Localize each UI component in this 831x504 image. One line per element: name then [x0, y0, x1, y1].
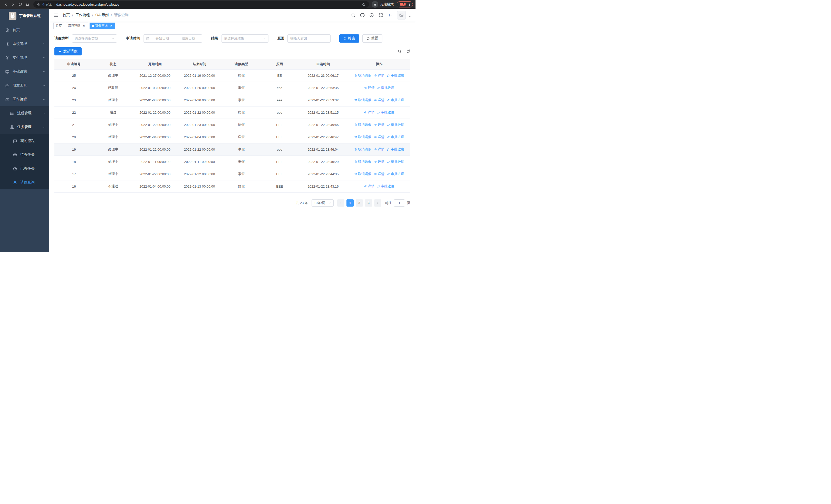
sidebar-item-my-process[interactable]: 我的流程 [0, 134, 49, 148]
search-button[interactable]: 搜索 [339, 34, 359, 42]
sidebar-item-devtools[interactable]: 研发工具 [0, 79, 49, 92]
prev-page-button[interactable] [337, 199, 344, 207]
result-select[interactable]: 请选择流结果 [221, 34, 268, 42]
tab-label: 流程详情 [68, 24, 80, 28]
action-cancel-link[interactable]: 取消请假 [354, 122, 371, 127]
goto-page-input[interactable] [394, 199, 405, 207]
page-button-1[interactable]: 1 [346, 199, 354, 207]
action-label: 详情 [378, 73, 384, 78]
reason-input[interactable] [287, 34, 331, 42]
cell-actions: 详情审批进度 [348, 106, 410, 119]
sidebar-item-task-mgmt[interactable]: 任务管理 [0, 120, 49, 134]
goto-page: 前往 页 [385, 199, 410, 207]
action-detail-link[interactable]: 详情 [374, 98, 384, 102]
apply-time-range-picker[interactable]: 开始日期 - 结束日期 [143, 34, 202, 42]
page-size-select[interactable]: 10条/页 [312, 199, 334, 207]
sidebar-item-leave-query[interactable]: 请假查询 [0, 176, 49, 189]
next-page-button[interactable] [374, 199, 381, 207]
url-bar[interactable]: 不安全 dashboard.yudao.iocoder.cn/bpm/oa/le… [33, 1, 369, 8]
action-progress-link[interactable]: 审批进度 [387, 73, 404, 78]
logo[interactable]: 芋道管理系统 [0, 9, 49, 23]
forward-icon[interactable] [10, 1, 17, 8]
action-progress-link[interactable]: 审批进度 [387, 122, 404, 127]
tab-close-icon[interactable]: × [82, 24, 86, 28]
home-icon[interactable] [24, 1, 31, 8]
sidebar-item-home[interactable]: 首页 [0, 23, 49, 37]
cell-apply-time: 2022-01-22 23:44:35 [298, 168, 348, 180]
tab-process-detail[interactable]: 流程详情× [66, 23, 88, 29]
sidebar-item-system[interactable]: 系统管理 [0, 37, 49, 51]
action-progress-link[interactable]: 审批进度 [387, 98, 404, 102]
user-avatar[interactable] [397, 11, 406, 20]
update-button[interactable]: 更新 [397, 1, 413, 7]
table-refresh-icon[interactable] [406, 49, 410, 53]
filter-reason: 原因 [277, 34, 331, 42]
action-detail-link[interactable]: 详情 [364, 85, 375, 90]
action-progress-link[interactable]: 审批进度 [387, 172, 404, 176]
sidebar-item-process-mgmt[interactable]: 流程管理 [0, 106, 49, 120]
create-leave-button[interactable]: 发起请假 [54, 47, 82, 55]
action-detail-link[interactable]: 详情 [374, 172, 384, 176]
action-cancel-link[interactable]: 取消请假 [354, 147, 371, 152]
tab-leave-query[interactable]: 请假查询× [90, 23, 115, 29]
breadcrumb-item[interactable]: 首页 [63, 13, 70, 18]
action-cancel-link[interactable]: 取消请假 [354, 135, 371, 139]
action-detail-link[interactable]: 详情 [374, 135, 384, 139]
action-progress-link[interactable]: 审批进度 [387, 135, 404, 139]
action-progress-link[interactable]: 审批进度 [387, 159, 404, 164]
fullscreen-icon[interactable] [378, 13, 383, 18]
tab-home[interactable]: 首页 [53, 23, 64, 29]
cell-reason: eee [261, 143, 298, 155]
menu-dots-icon[interactable] [407, 2, 411, 6]
action-cancel-link[interactable]: 取消请假 [354, 172, 371, 176]
cell-actions: 详情审批进度 [348, 180, 410, 192]
github-icon[interactable] [360, 13, 365, 18]
search-icon[interactable] [351, 13, 355, 18]
action-detail-link[interactable]: 详情 [374, 159, 384, 164]
leave-type-select[interactable]: 请选择请假类型 [72, 34, 117, 42]
action-cancel-link[interactable]: 取消请假 [354, 159, 371, 164]
action-detail-link[interactable]: 详情 [364, 110, 375, 115]
action-detail-link[interactable]: 详情 [374, 73, 384, 78]
action-detail-link[interactable]: 详情 [364, 184, 375, 188]
avatar-caret-down-icon[interactable] [408, 15, 411, 18]
action-cancel-link[interactable]: 取消请假 [354, 73, 371, 78]
sidebar-item-todo-tasks[interactable]: 待办任务 [0, 148, 49, 162]
action-detail-link[interactable]: 详情 [374, 122, 384, 127]
action-label: 详情 [378, 122, 384, 127]
svg-text:T: T [388, 13, 390, 17]
sidebar-item-payment[interactable]: 支付管理 [0, 51, 49, 65]
font-size-icon[interactable]: TT [388, 13, 393, 18]
page-button-2[interactable]: 2 [356, 199, 363, 207]
chevron-up-icon [42, 125, 46, 128]
action-detail-link[interactable]: 详情 [374, 147, 384, 152]
reload-icon[interactable] [17, 1, 24, 8]
sidebar-item-done-tasks[interactable]: 已办任务 [0, 162, 49, 176]
filter-leave-type: 请假类型 请选择请假类型 [54, 34, 117, 42]
sidebar-item-workflow[interactable]: 工作流程 [0, 92, 49, 106]
reset-button[interactable]: 重置 [362, 34, 382, 42]
action-progress-link[interactable]: 审批进度 [377, 110, 395, 115]
action-progress-link[interactable]: 审批进度 [377, 85, 395, 90]
action-label: 取消请假 [358, 122, 371, 127]
action-progress-link[interactable]: 审批进度 [387, 147, 404, 152]
cell-start-time: 2022-01-03 00:00:00 [133, 82, 177, 94]
cell-status: 处理中 [94, 131, 133, 143]
breadcrumb-item[interactable]: OA 示例 [95, 13, 109, 18]
action-label: 审批进度 [391, 172, 404, 176]
table-row: 17处理中2022-01-22 00:00:002022-01-22 00:00… [54, 168, 410, 180]
action-cancel-link[interactable]: 取消请假 [354, 98, 371, 102]
breadcrumb-item[interactable]: 工作流程 [76, 13, 90, 18]
bookmark-star-icon[interactable] [362, 2, 366, 7]
table-search-toggle-icon[interactable] [398, 49, 402, 53]
action-progress-link[interactable]: 审批进度 [377, 184, 395, 188]
back-icon[interactable] [3, 1, 9, 8]
filter-form: 请假类型 请选择请假类型 申请时间 开始日期 - 结束日期 [54, 34, 410, 42]
hamburger-icon[interactable] [53, 12, 58, 18]
cell-start-time: 2022-01-11 00:00:00 [133, 155, 177, 168]
sidebar-item-infrastructure[interactable]: 基础设施 [0, 65, 49, 79]
help-icon[interactable] [369, 13, 374, 18]
tab-close-icon[interactable]: × [109, 24, 113, 28]
page-button-3[interactable]: 3 [365, 199, 372, 207]
cell-end-time: 2022-01-19 00:00:00 [177, 69, 222, 82]
